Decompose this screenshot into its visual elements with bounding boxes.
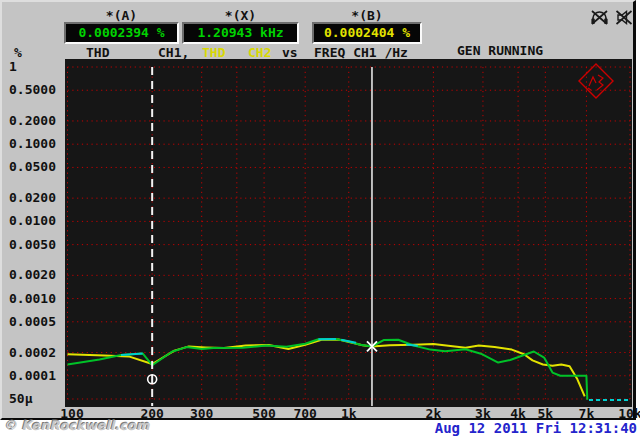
thd-ch2-trace <box>68 340 585 397</box>
datetime: Aug 12 2011 Fri 12:31:40 <box>435 420 637 436</box>
cursor-x-readout: 1.20943 kHz <box>182 22 299 44</box>
bottom-strip: © KenRockwell.com Aug 12 2011 Fri 12:31:… <box>0 420 640 436</box>
trace1-kind-label: THD <box>86 45 109 60</box>
trace1-channel-label: CH1, <box>158 45 189 60</box>
x-tick-label: 5k <box>538 406 554 421</box>
x-axis-title: FREQ CH1 /Hz <box>314 45 408 60</box>
y-tick-label: 0.5000 <box>9 82 56 97</box>
cursor-b-readout: 0.0002404 % <box>312 22 422 44</box>
x-tick-label: 300 <box>190 406 213 421</box>
y-tick-label: 0.0500 <box>9 159 56 174</box>
trace-overlap-segment <box>121 353 143 355</box>
trace2-channel-label: CH2 <box>248 45 271 60</box>
thd-vs-frequency-plot[interactable] <box>65 59 632 407</box>
x-tick-label: 2k <box>426 406 442 421</box>
y-tick-label: 0.0005 <box>9 314 56 329</box>
y-tick-label: 0.0100 <box>9 213 56 228</box>
y-tick-label: 0.0001 <box>9 368 56 383</box>
y-tick-label: 0.2000 <box>9 113 56 128</box>
trace-overlap-segment <box>406 344 418 345</box>
watermark: © KenRockwell.com <box>4 418 150 433</box>
y-tick-label: 0.0010 <box>9 291 56 306</box>
cursor-a-readout: 0.0002394 % <box>64 22 179 44</box>
x-tick-label: 3k <box>475 406 491 421</box>
cursor-b-label: *(B) <box>312 8 422 23</box>
x-tick-label: 7k <box>579 406 595 421</box>
x-tick-label: 1k <box>341 406 357 421</box>
y-tick-label: 0.0002 <box>9 345 56 360</box>
x-tick-label: 700 <box>293 406 316 421</box>
trace-overlap-segment <box>341 340 356 343</box>
cursor-a-label: *(A) <box>64 8 179 23</box>
y-tick-label: 0.1000 <box>9 136 56 151</box>
x-tick-label: 10k <box>618 406 640 421</box>
cursor-x-label: *(X) <box>182 8 299 23</box>
y-axis-unit: % <box>14 45 22 60</box>
vs-label: vs <box>282 45 298 60</box>
audio-precision-logo-icon <box>579 64 613 98</box>
analyzer-panel: *(A) *(X) *(B) 0.0002394 % 1.20943 kHz 0… <box>0 0 636 420</box>
x-tick-label: 4k <box>510 406 526 421</box>
y-tick-label: 0.0020 <box>9 267 56 282</box>
trace2-kind-label: THD <box>202 45 225 60</box>
y-tick-label: 0.0050 <box>9 237 56 252</box>
thd-ch1-trace <box>68 339 588 400</box>
generator-status: GEN RUNNING <box>457 42 590 59</box>
x-tick-label: 500 <box>252 406 275 421</box>
monitor-icons <box>589 9 634 26</box>
y-tick-label: 50µ <box>9 391 32 406</box>
y-tick-label: 0.0200 <box>9 190 56 205</box>
muted-speaker-icon <box>614 9 634 26</box>
y-tick-label: 1 <box>9 59 17 74</box>
muted-headphones-icon <box>589 9 610 26</box>
